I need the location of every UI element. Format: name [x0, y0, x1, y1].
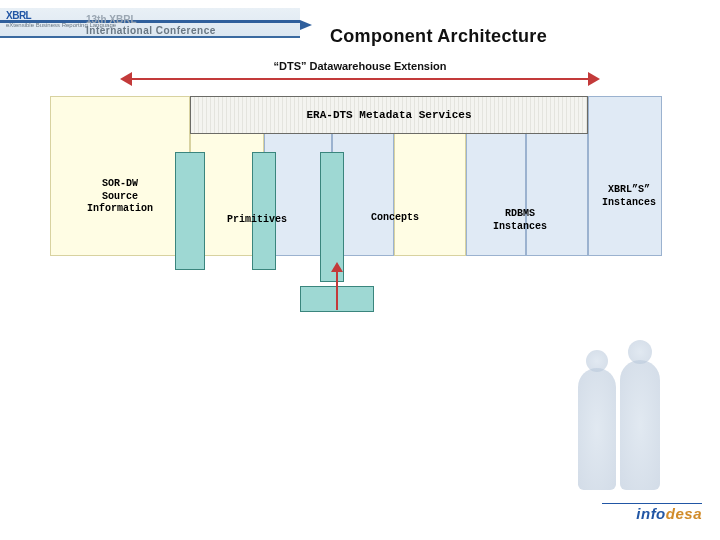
extension-subtitle: “DTS” Datawarehouse Extension [130, 60, 590, 72]
column-sor [50, 96, 190, 256]
header-arrow-icon [300, 20, 312, 30]
conference-line: 13th XBRL International Conference [86, 14, 216, 36]
footer-brand: infodesa [636, 505, 702, 522]
xbrl-logo-text: XBRL [6, 10, 31, 21]
figure-body-2 [578, 368, 616, 490]
label-sor: SOR-DWSourceInformation [58, 178, 182, 216]
inflow-arrow-head-icon [331, 262, 343, 272]
brand-line-icon [602, 503, 702, 504]
metadata-services-bar: ERA-DTS Metadata Services [190, 96, 588, 134]
arrow-line-icon [130, 78, 590, 80]
xbrl-logo: XBRL [6, 10, 31, 21]
connector-b [252, 152, 276, 270]
page-title: Component Architecture [330, 26, 547, 47]
figure-head-1 [628, 340, 652, 364]
label-rdbms: RDBMSInstances [470, 208, 570, 233]
inflow-arrow-line-icon [336, 270, 338, 310]
label-concepts: Concepts [354, 212, 436, 225]
slide-canvas: XBRL eXtensible Business Reporting Langu… [0, 0, 720, 540]
conference-prefix: 13th XBRL [86, 14, 137, 25]
conference-title: International Conference [86, 25, 216, 36]
figure-body-1 [620, 360, 660, 490]
arrow-right-icon [588, 72, 600, 86]
figure-head-2 [586, 350, 608, 372]
label-primitives: Primitives [210, 214, 304, 227]
label-xbrl: XBRL”S”Instances [594, 184, 664, 209]
column-xbrl [588, 96, 662, 256]
